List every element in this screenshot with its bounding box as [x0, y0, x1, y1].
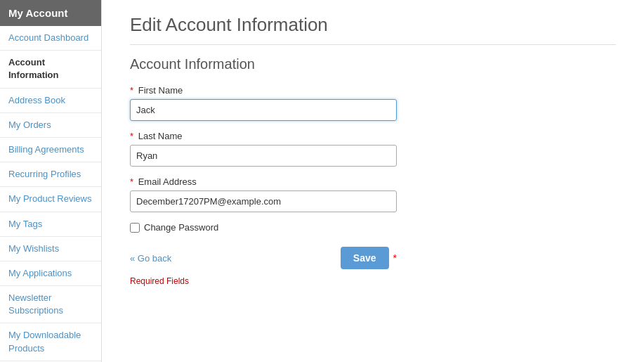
sidebar-item-billing-agreements[interactable]: Billing Agreements — [0, 138, 101, 162]
first-name-label: * First Name — [130, 85, 616, 96]
change-password-checkbox[interactable] — [130, 223, 140, 233]
email-input[interactable] — [130, 190, 397, 212]
sidebar-item-address-book[interactable]: Address Book — [0, 89, 101, 113]
section-title: Account Information — [130, 56, 616, 72]
required-fields-note: Required Fields — [130, 276, 616, 286]
first-name-input[interactable] — [130, 99, 397, 121]
main-content: Edit Account Information Account Informa… — [102, 0, 644, 362]
sidebar-item-my-applications[interactable]: My Applications — [0, 261, 101, 286]
save-button[interactable]: Save — [341, 247, 389, 269]
email-group: * Email Address — [130, 176, 616, 212]
sidebar-item-newsletter-subscriptions[interactable]: Newsletter Subscriptions — [0, 286, 101, 323]
sidebar-item-my-product-reviews[interactable]: My Product Reviews — [0, 187, 101, 212]
last-name-group: * Last Name — [130, 131, 616, 167]
go-back-link[interactable]: « Go back — [130, 253, 171, 264]
first-name-group: * First Name — [130, 85, 616, 121]
sidebar-header[interactable]: My Account — [0, 0, 101, 26]
sidebar-item-recurring-profiles[interactable]: Recurring Profiles — [0, 162, 101, 187]
page-title: Edit Account Information — [130, 14, 616, 45]
change-password-label[interactable]: Change Password — [144, 222, 218, 233]
sidebar-item-account-dashboard[interactable]: Account Dashboard — [0, 26, 101, 51]
first-name-required-star: * — [130, 85, 133, 96]
email-label: * Email Address — [130, 176, 616, 187]
email-required-star: * — [130, 176, 133, 187]
sidebar: My Account Account Dashboard Account Inf… — [0, 0, 102, 362]
sidebar-item-my-orders[interactable]: My Orders — [0, 113, 101, 138]
sidebar-item-my-downloadable-products[interactable]: My Downloadable Products — [0, 323, 101, 361]
sidebar-item-account-information[interactable]: Account Information — [0, 51, 101, 88]
form-actions: « Go back Save * — [130, 247, 397, 269]
last-name-label: * Last Name — [130, 131, 616, 141]
last-name-required-star: * — [130, 131, 133, 141]
last-name-input[interactable] — [130, 145, 397, 167]
sidebar-item-my-tags[interactable]: My Tags — [0, 212, 101, 237]
actions-right: Save * — [341, 247, 397, 269]
change-password-row: Change Password — [130, 222, 616, 233]
sidebar-item-my-wishlists[interactable]: My Wishlists — [0, 237, 101, 261]
required-asterisk: * — [393, 252, 397, 264]
